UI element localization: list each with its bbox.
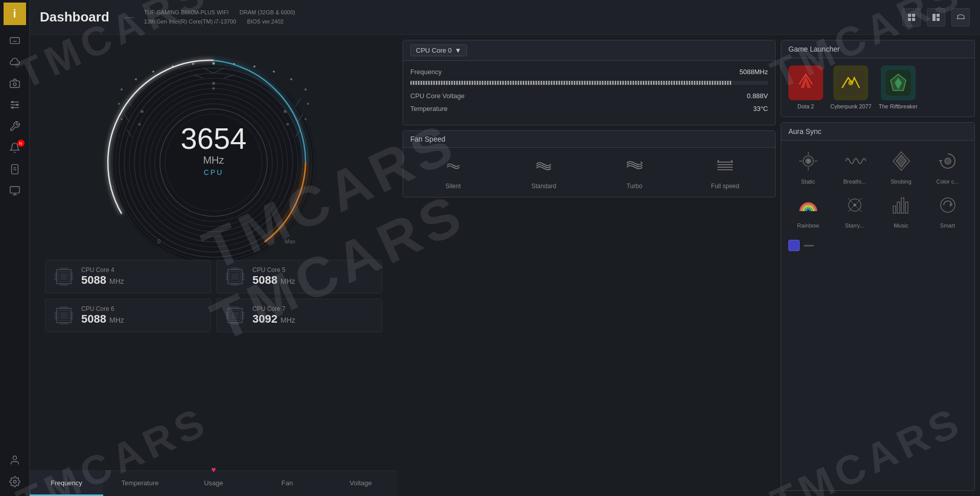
gauge-unit: MHz	[180, 154, 246, 166]
sidebar-item-settings[interactable]	[3, 471, 27, 492]
tab-fan[interactable]: Fan	[250, 471, 324, 496]
sidebar-item-wrench[interactable]	[3, 116, 27, 137]
aura-mode-breathing[interactable]: Breathi...	[835, 148, 874, 185]
separator: —	[125, 12, 134, 22]
aura-colors	[781, 236, 974, 255]
svg-point-16	[13, 480, 16, 483]
svg-point-35	[305, 118, 307, 120]
svg-line-144	[627, 162, 628, 163]
header: Dashboard — TUF GAMING B660M-PLUS WIFI D…	[30, 0, 980, 35]
cpu-gauge: 3654 MHz CPU 0 Max	[71, 40, 357, 260]
core-info-5: CPU Core 5 5088 MHz	[252, 266, 295, 287]
tab-temperature[interactable]: Temperature	[103, 471, 177, 496]
fan-standard[interactable]: Standard	[501, 155, 587, 190]
svg-point-65	[138, 123, 141, 126]
sidebar-item-display[interactable]	[3, 181, 27, 201]
aura-modes-grid: Static Breathi...	[781, 141, 974, 236]
voltage-row: CPU Core Voltage 0.888V	[410, 92, 768, 100]
svg-point-60	[212, 82, 215, 85]
svg-point-36	[192, 63, 194, 65]
fan-fullspeed[interactable]: Full speed	[683, 155, 768, 190]
cpu-core-body: Frequency 5088MHz CPU Core Voltage 0.888…	[403, 61, 775, 125]
aura-mode-starry[interactable]: Starry...	[835, 192, 874, 229]
tab-frequency[interactable]: Frequency	[30, 471, 103, 496]
layout-view-button[interactable]	[927, 8, 945, 27]
frequency-row: Frequency 5088MHz	[410, 68, 768, 76]
fan-turbo-icon	[624, 155, 645, 179]
svg-point-6	[12, 101, 13, 103]
svg-point-61	[213, 87, 215, 90]
core-card-5: CPU Core 5 5088 MHz	[216, 260, 382, 294]
svg-rect-20	[912, 18, 915, 21]
svg-rect-86	[60, 273, 67, 280]
svg-marker-164	[896, 155, 906, 167]
svg-rect-169	[897, 202, 900, 213]
breathing-icon	[842, 148, 868, 174]
right-panel: Game Launcher Dota 2	[781, 35, 980, 496]
frequency-bar-fill	[410, 81, 732, 85]
gauge-value: 3654	[180, 124, 246, 153]
core-icon-4	[53, 265, 75, 288]
games-list: Dota 2 Cyberpunk 2077	[781, 58, 974, 117]
svg-rect-9	[11, 165, 18, 174]
svg-rect-143	[231, 312, 239, 319]
color-divider	[804, 245, 814, 246]
core-icon-7	[224, 304, 246, 327]
sidebar-item-user[interactable]	[3, 450, 27, 470]
sidebar-item-keyboard[interactable]	[3, 30, 27, 51]
aura-mode-smart[interactable]: Smart	[928, 192, 967, 229]
svg-point-28	[213, 62, 215, 65]
sidebar-item-cloud[interactable]	[3, 52, 27, 72]
frequency-bar	[410, 81, 768, 85]
grid-view-button[interactable]	[902, 8, 921, 27]
aura-mode-color-cycle[interactable]: Color c...	[928, 148, 967, 185]
svg-rect-170	[901, 198, 904, 213]
core-info-7: CPU Core 7 3092 MHz	[252, 305, 295, 326]
sidebar-item-plugin[interactable]	[3, 159, 27, 179]
core-card-4: CPU Core 4 5088 MHz	[45, 260, 211, 294]
sidebar-item-camera[interactable]	[3, 73, 27, 94]
temperature-row: Temperature 33°C	[410, 105, 768, 112]
notification-button[interactable]	[951, 8, 970, 27]
game-cyberpunk[interactable]: Cyberpunk 2077	[830, 65, 872, 109]
heart-icon: ♥	[208, 465, 219, 475]
aura-mode-strobing[interactable]: Strobing	[881, 148, 921, 185]
svg-point-15	[13, 456, 16, 460]
page-title: Dashboard	[40, 9, 109, 25]
tab-usage[interactable]: ♥ Usage	[177, 471, 250, 496]
color-cycle-icon	[935, 148, 961, 174]
sidebar-item-tools[interactable]	[3, 95, 27, 115]
sidebar-item-notification[interactable]: N	[3, 138, 27, 158]
fan-silent[interactable]: Silent	[410, 155, 496, 190]
dota2-icon	[788, 65, 823, 100]
aura-mode-static[interactable]: Static	[788, 148, 828, 185]
svg-point-30	[253, 65, 255, 67]
game-launcher-header: Game Launcher	[781, 40, 974, 58]
fan-speed-header: Fan Speed	[403, 131, 775, 148]
aura-mode-rainbow[interactable]: Rainbow	[788, 192, 828, 229]
svg-point-31	[273, 71, 275, 73]
main-content: 3654 MHz CPU 0 Max	[30, 35, 980, 496]
core-card-7: CPU Core 7 3092 MHz	[216, 299, 382, 332]
sidebar: i	[0, 0, 30, 496]
rainbow-icon	[795, 192, 822, 218]
header-actions	[902, 8, 970, 27]
svg-rect-21	[932, 14, 936, 21]
cpu-core-header: CPU Core 0 ▼	[403, 40, 775, 61]
color-swatch-blue[interactable]	[788, 240, 800, 251]
game-dota2[interactable]: Dota 2	[788, 65, 823, 109]
tab-voltage[interactable]: Voltage	[324, 471, 398, 496]
cpu-core-dropdown[interactable]: CPU Core 0 ▼	[410, 44, 467, 56]
svg-rect-12	[10, 187, 19, 193]
fan-turbo[interactable]: Turbo	[592, 155, 678, 190]
aura-mode-music[interactable]: Music	[881, 192, 921, 229]
smart-icon	[935, 192, 961, 218]
svg-point-64	[141, 110, 144, 113]
svg-rect-168	[893, 206, 896, 213]
svg-point-32	[290, 78, 292, 80]
svg-rect-23	[937, 18, 940, 21]
svg-point-158	[807, 160, 809, 162]
game-riftbreaker[interactable]: The Riftbreaker	[879, 65, 918, 109]
svg-rect-171	[905, 202, 908, 213]
svg-point-154	[848, 80, 853, 85]
